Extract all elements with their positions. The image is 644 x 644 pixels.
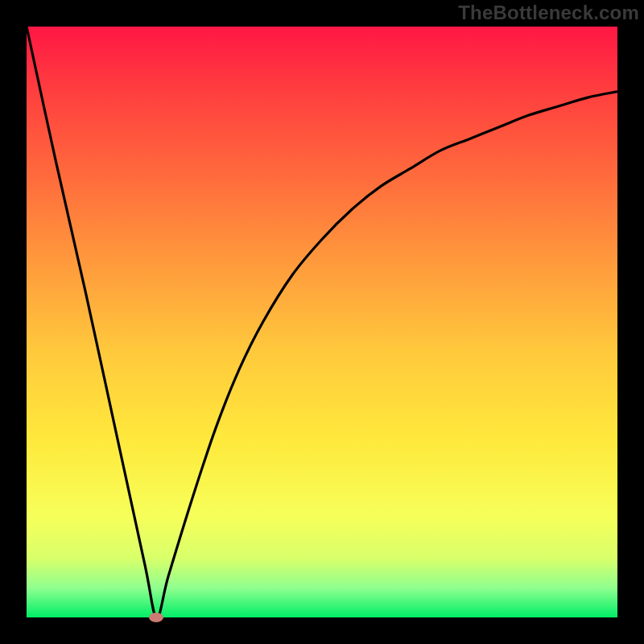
chart-frame: TheBottleneck.com: [0, 0, 644, 644]
bottleneck-curve: [27, 27, 617, 617]
curve-path: [27, 27, 617, 617]
watermark-text: TheBottleneck.com: [458, 2, 639, 24]
optimum-marker: [149, 613, 163, 622]
plot-area: [27, 27, 617, 617]
